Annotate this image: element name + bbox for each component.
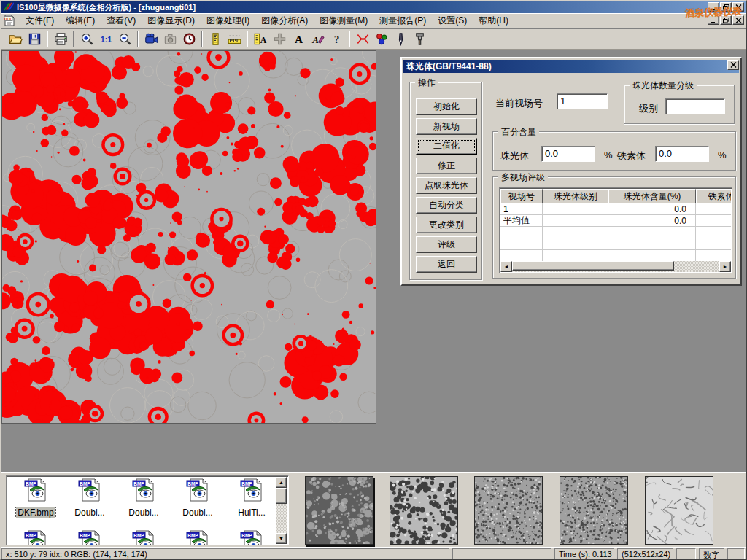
restore-button[interactable] <box>720 2 732 12</box>
menu-item-7[interactable]: 测量报告(P) <box>374 12 432 29</box>
camera-button[interactable] <box>160 31 179 48</box>
classify-balls-button[interactable] <box>372 31 391 48</box>
zoom-in-button[interactable] <box>77 31 96 48</box>
open-folder-button[interactable] <box>6 31 25 48</box>
grade-label: 级别 <box>639 102 658 115</box>
ferrite-percent-input[interactable]: 0.0 <box>655 146 709 162</box>
table-row[interactable] <box>500 227 731 238</box>
rating-table[interactable]: 视场号珠光体级别珠光体含量(%)铁素体含量(%)10.0平均值0.0 ◄ ► <box>499 187 732 273</box>
ferrite-percent-unit: % <box>718 149 727 160</box>
op-button-rate[interactable]: 评级 <box>416 236 477 253</box>
grade-group-label: 珠光体数量分级 <box>630 79 697 92</box>
annotate-button[interactable]: A <box>308 31 327 48</box>
menu-item-8[interactable]: 设置(S) <box>432 12 473 29</box>
op-button-binarize[interactable]: 二值化 <box>416 138 477 155</box>
dialog-titlebar[interactable]: 珠光体(GB/T9441-88) <box>403 60 739 73</box>
file-item[interactable]: BMPDoubl... <box>63 478 116 518</box>
file-item[interactable]: BMP <box>117 529 170 545</box>
table-row[interactable]: 10.0 <box>500 203 731 215</box>
op-button-pick-pearlite[interactable]: 点取珠光体 <box>416 177 477 194</box>
file-item[interactable]: BMPHuiTi... <box>225 478 278 518</box>
measure-text-button[interactable]: A <box>251 31 270 48</box>
file-item[interactable]: BMP <box>171 529 224 545</box>
mdi-minimize-button[interactable] <box>708 15 719 25</box>
bmp-file-icon: BMP <box>23 478 48 502</box>
menu-item-4[interactable]: 图像处理(I) <box>201 12 255 29</box>
scroll-track[interactable] <box>512 261 719 272</box>
op-button-auto-classify[interactable]: 自动分类 <box>416 197 477 214</box>
help-icon: ? <box>330 32 344 46</box>
pen-tool-button[interactable] <box>391 31 410 48</box>
table-row[interactable] <box>500 250 731 262</box>
thumbnail-4[interactable] <box>560 476 628 545</box>
file-name: HuiTi... <box>236 508 267 518</box>
op-button-new-field[interactable]: 新视场 <box>416 118 477 135</box>
table-row[interactable] <box>500 238 731 250</box>
op-button-init[interactable]: 初始化 <box>416 98 477 115</box>
scroll-thumb[interactable] <box>276 488 287 504</box>
scroll-left-button[interactable]: ◄ <box>500 261 512 272</box>
print-button[interactable] <box>51 31 70 48</box>
thumbnail-3[interactable] <box>474 476 543 545</box>
video-camera-button[interactable] <box>142 31 160 48</box>
scroll-right-button[interactable]: ► <box>719 261 731 272</box>
mdi-restore-button[interactable] <box>720 15 732 25</box>
scroll-up-button[interactable]: ▲ <box>276 477 287 488</box>
grade-input[interactable] <box>665 98 725 114</box>
menu-item-2[interactable]: 查看(V) <box>101 12 142 29</box>
menu-item-1[interactable]: 编辑(E) <box>60 12 101 29</box>
file-item[interactable]: BMPDoubl... <box>171 478 224 518</box>
zoom-out-button[interactable] <box>115 31 134 48</box>
table-header-cell[interactable]: 珠光体含量(%) <box>608 189 696 203</box>
op-button-correct[interactable]: 修正 <box>416 158 477 174</box>
curve-tool-button[interactable] <box>353 31 372 48</box>
menu-item-6[interactable]: 图像测量(M) <box>314 12 374 29</box>
ruler-icon <box>228 32 241 46</box>
op-button-change-class[interactable]: 更改类别 <box>416 217 477 233</box>
bmp-file-icon: BMP <box>131 478 156 502</box>
one-to-one-button[interactable]: 1:1 <box>96 31 115 48</box>
help-button[interactable]: ? <box>327 31 346 48</box>
file-item[interactable]: BMP <box>225 529 278 545</box>
svg-text:A: A <box>260 35 266 45</box>
file-item[interactable]: BMPDKF.bmp <box>9 478 62 518</box>
dialog-close-button[interactable] <box>727 60 739 70</box>
thumbnail-2[interactable] <box>390 476 458 545</box>
current-field-input[interactable]: 1 <box>557 93 608 109</box>
menu-item-3[interactable]: 图像显示(D) <box>142 12 201 29</box>
caliper-button[interactable] <box>206 31 225 48</box>
micrograph-image[interactable] <box>1 50 376 424</box>
menu-item-9[interactable]: 帮助(H) <box>473 12 514 29</box>
table-header-cell[interactable]: 铁素体含量(%) <box>696 189 731 203</box>
mdi-close-button[interactable] <box>732 15 744 25</box>
clock-button[interactable] <box>179 31 198 48</box>
scroll-down-button[interactable]: ▼ <box>276 533 287 544</box>
menu-item-5[interactable]: 图像分析(A) <box>255 12 314 29</box>
scroll-thumb[interactable] <box>512 261 674 271</box>
menu-item-0[interactable]: 文件(F) <box>20 12 60 29</box>
percent-group-label: 百分含量 <box>498 126 539 139</box>
file-item[interactable]: BMP <box>63 529 116 545</box>
minimize-button[interactable] <box>708 2 719 12</box>
table-horizontal-scrollbar[interactable]: ◄ ► <box>500 261 731 272</box>
file-name: Doubl... <box>73 508 106 518</box>
save-button[interactable] <box>25 31 44 48</box>
file-list-scrollbar[interactable]: ▲ ▼ <box>276 477 287 544</box>
op-button-return[interactable]: 返回 <box>416 256 477 273</box>
table-header-cell[interactable]: 视场号 <box>500 189 543 203</box>
close-button[interactable] <box>732 2 744 12</box>
thumbnail-1[interactable] <box>305 476 374 545</box>
document-icon[interactable]: DOC <box>4 15 18 28</box>
table-header-cell[interactable]: 珠光体级别 <box>543 189 608 203</box>
file-item[interactable]: BMP <box>9 529 62 545</box>
table-row[interactable]: 平均值0.0 <box>500 215 731 227</box>
table-cell <box>696 238 731 249</box>
file-item[interactable]: BMPDoubl... <box>117 478 170 518</box>
brush-tool-button[interactable] <box>410 31 429 48</box>
text-a-button[interactable]: A <box>289 31 308 48</box>
pearlite-percent-input[interactable]: 0.0 <box>541 146 595 162</box>
move-cross-button[interactable] <box>270 31 289 48</box>
thumbnail-5[interactable] <box>645 476 713 545</box>
bmp-file-icon: BMP <box>77 478 102 502</box>
ruler-button[interactable] <box>225 31 244 48</box>
